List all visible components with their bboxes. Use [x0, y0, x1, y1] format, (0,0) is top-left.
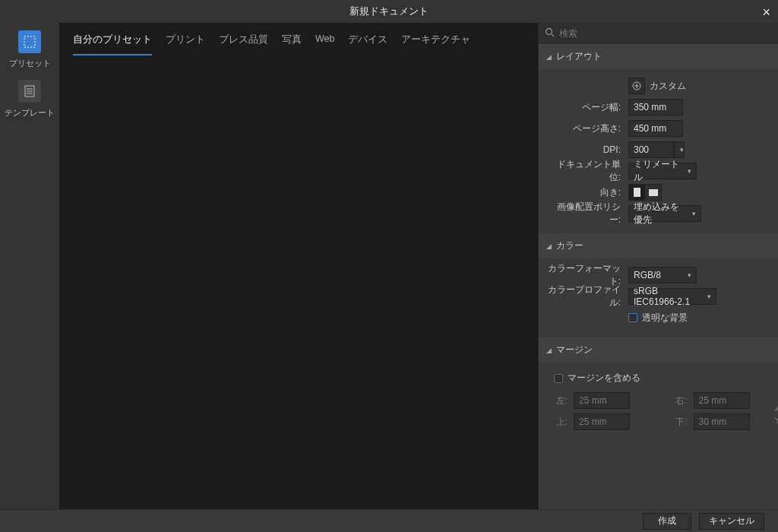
chevron-down-icon: ▾ [680, 146, 684, 154]
margin-right-label: 右: [668, 394, 694, 407]
preset-icon [18, 30, 41, 53]
color-section: カラーフォーマット: RGB/8▾ カラープロファイル: sRGB IEC619… [539, 258, 778, 337]
image-policy-label: 画像配置ポリシー: [548, 201, 628, 226]
tab-my-presets[interactable]: 自分のプリセット [73, 33, 152, 55]
orientation-toggle [628, 184, 662, 201]
template-icon [18, 80, 41, 103]
tab-photo[interactable]: 写真 [282, 33, 302, 55]
section-title: カラー [556, 239, 584, 252]
chevron-down-icon: ◢ [546, 242, 552, 250]
page-width-input[interactable]: 350 mm [628, 99, 683, 116]
tab-print[interactable]: プリント [166, 33, 205, 55]
search-bar[interactable] [539, 23, 778, 44]
settings-panel: ◢ レイアウト カスタム ページ幅: 350 mm ページ高さ: 450 mm … [538, 23, 778, 509]
transparent-bg-label: 透明な背景 [642, 312, 688, 325]
page-width-label: ページ幅: [548, 101, 628, 114]
color-format-select[interactable]: RGB/8▾ [628, 267, 697, 283]
search-input[interactable] [559, 28, 772, 39]
dpi-dropdown-button[interactable]: ▾ [674, 141, 685, 158]
create-button[interactable]: 作成 [643, 513, 691, 530]
include-margin-checkbox[interactable] [554, 374, 563, 383]
chevron-down-icon: ◢ [546, 347, 552, 354]
chevron-down-icon: ▾ [707, 293, 711, 300]
unit-select[interactable]: ミリメートル▾ [628, 163, 697, 179]
orientation-portrait-button[interactable] [628, 184, 645, 201]
image-policy-select[interactable]: 埋め込みを優先▾ [628, 205, 701, 222]
plus-circle-icon [632, 81, 641, 90]
margin-bottom-label: 下: [668, 416, 694, 429]
tab-web[interactable]: Web [315, 33, 334, 55]
layout-section: カスタム ページ幅: 350 mm ページ高さ: 450 mm DPI: 300… [539, 69, 778, 233]
tab-press[interactable]: プレス品質 [219, 33, 268, 55]
sidebar-item-preset[interactable]: プリセット [9, 30, 51, 69]
chevron-down-icon: ◢ [546, 53, 552, 61]
tab-device[interactable]: デバイス [348, 33, 387, 55]
svg-point-5 [546, 29, 552, 35]
margin-top-label: 上: [548, 416, 574, 429]
link-margins-icon[interactable] [773, 405, 778, 427]
color-profile-select[interactable]: sRGB IEC61966-2.1▾ [628, 288, 716, 305]
section-header-margin[interactable]: ◢ マージン [539, 337, 778, 363]
dialog-title: 新規ドキュメント [349, 5, 429, 18]
unit-value: ミリメートル [634, 158, 683, 184]
include-margin-label: マージンを含める [568, 372, 640, 385]
dialog-footer: 作成 キャンセル [0, 509, 778, 532]
custom-label: カスタム [650, 80, 686, 93]
section-title: マージン [556, 344, 593, 356]
portrait-icon [634, 188, 640, 197]
sidebar-item-template[interactable]: テンプレート [5, 80, 55, 119]
section-header-color[interactable]: ◢ カラー [539, 233, 778, 258]
section-title: レイアウト [556, 50, 602, 63]
margin-left-input[interactable]: 25 mm [574, 392, 630, 409]
image-policy-value: 埋め込みを優先 [634, 201, 688, 226]
chevron-down-icon: ▾ [688, 271, 691, 279]
margin-section: マージンを含める 左: 25 mm 右: 25 mm 上: 25 mm 下: 3… [539, 363, 778, 439]
margin-left-label: 左: [548, 394, 574, 407]
svg-rect-0 [24, 36, 35, 47]
center-panel: 自分のプリセット プリント プレス品質 写真 Web デバイス アーキテクチャ [59, 23, 538, 509]
svg-line-6 [552, 34, 555, 37]
margin-bottom-input[interactable]: 30 mm [694, 413, 750, 430]
sidebar-item-label: プリセット [9, 58, 51, 69]
close-icon[interactable]: × [762, 5, 770, 21]
orientation-label: 向き: [548, 186, 628, 199]
chevron-down-icon: ▾ [688, 167, 691, 175]
dpi-value: 300 [634, 144, 649, 155]
color-profile-label: カラープロファイル: [548, 283, 628, 309]
margin-right-input[interactable]: 25 mm [694, 392, 750, 409]
titlebar: 新規ドキュメント × [0, 0, 778, 23]
sidebar-item-label: テンプレート [5, 107, 55, 119]
orientation-landscape-button[interactable] [645, 184, 662, 201]
landscape-icon [649, 189, 658, 196]
left-sidebar: プリセット テンプレート [0, 23, 59, 509]
chevron-down-icon: ▾ [692, 210, 696, 217]
category-tabs: 自分のプリセット プリント プレス品質 写真 Web デバイス アーキテクチャ [59, 23, 538, 56]
cancel-button[interactable]: キャンセル [699, 513, 764, 530]
add-preset-button[interactable] [628, 78, 645, 94]
color-profile-value: sRGB IEC61966-2.1 [634, 286, 703, 307]
dpi-label: DPI: [548, 144, 628, 155]
page-height-label: ページ高さ: [548, 122, 628, 135]
search-icon [545, 27, 555, 40]
margin-top-input[interactable]: 25 mm [574, 413, 630, 430]
transparent-bg-checkbox[interactable] [628, 313, 637, 322]
tab-architecture[interactable]: アーキテクチャ [401, 33, 470, 55]
unit-label: ドキュメント単位: [548, 158, 628, 184]
main-area: プリセット テンプレート 自分のプリセット プリント プレス品質 写真 Web … [0, 23, 778, 509]
color-format-value: RGB/8 [634, 270, 661, 280]
dpi-select[interactable]: 300 [628, 141, 674, 158]
section-header-layout[interactable]: ◢ レイアウト [539, 44, 778, 69]
page-height-input[interactable]: 450 mm [628, 120, 683, 137]
